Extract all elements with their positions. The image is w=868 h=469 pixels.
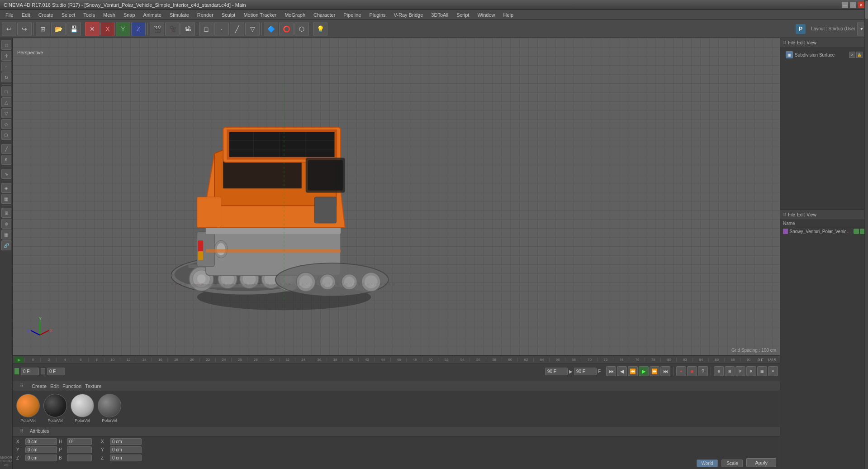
menu-select[interactable]: Select [58,11,79,19]
material-item-0[interactable]: PolarVel [16,394,40,423]
attr-x-input[interactable] [25,438,57,445]
cancel-button[interactable]: ✕ [85,22,100,36]
menu-script[interactable]: Script [453,11,473,19]
mode-polygon-button[interactable]: ▽ [245,22,260,36]
menu-animate[interactable]: Animate [140,11,165,19]
sidebar-cube-tool[interactable]: □ [1,86,11,96]
menu-snap[interactable]: Snap [120,11,139,19]
subd-surface-item[interactable]: ▦ Subdivision Surface ✓ 🔒 [783,50,865,60]
material-menu-create[interactable]: Create [32,383,47,389]
material-menu-edit[interactable]: Edit [50,383,59,389]
world-mode-button[interactable]: World [697,459,718,467]
viewport[interactable]: View Cameras Display Options Filter Pane… [13,38,780,355]
attr-b-input[interactable] [67,455,92,461]
sidebar-material-tool[interactable]: ◈ [1,183,11,193]
attr-y-input[interactable] [25,446,57,453]
menu-vray[interactable]: V-Ray Bridge [390,11,427,19]
menu-edit[interactable]: Edit [18,11,34,19]
redo-button[interactable]: ↪ [17,22,32,36]
sidebar-pyramid-tool[interactable]: △ [1,97,11,107]
stop-button[interactable]: ■ [687,366,697,376]
material-menu-function[interactable]: Function [62,383,81,389]
start-frame-input[interactable] [47,368,65,375]
open-file-button[interactable]: 📂 [51,22,66,36]
sidebar-diamond-tool[interactable]: ◇ [1,119,11,129]
sidebar-array-tool[interactable]: ▦ [1,230,11,239]
menu-character[interactable]: Character [310,11,339,19]
close-button[interactable]: ✕ [858,2,864,8]
y-axis-button[interactable]: Y [116,22,130,36]
mode-edge-button[interactable]: ╱ [230,22,244,36]
fps-input[interactable] [545,368,568,375]
obj-vis-green[interactable] [854,229,859,234]
right-top-view[interactable]: View [806,40,816,45]
material-item-1[interactable]: PolarVel [43,394,67,423]
scale-mode-button[interactable]: Scale [721,459,743,467]
z-axis-button[interactable]: Z [131,22,146,36]
menu-sculpt[interactable]: Sculpt [218,11,239,19]
sidebar-pointer-tool[interactable]: ◻ [1,40,11,50]
render-region-button[interactable]: 🎬 [150,22,164,36]
sidebar-group-tool[interactable]: ⊞ [1,208,11,218]
right-scrollbar[interactable] [864,0,868,469]
right-top-file[interactable]: File [788,40,795,45]
sidebar-null-tool[interactable]: ⊗ [1,219,11,229]
apply-button[interactable]: Apply [746,458,776,467]
right-bottom-view[interactable]: View [806,212,816,217]
material-menu-texture[interactable]: Texture [85,383,101,389]
step-forward-button[interactable]: ⏩ [650,366,659,376]
minimize-button[interactable]: — [842,2,848,8]
menu-render[interactable]: Render [194,11,217,19]
x-axis-button[interactable]: X [100,22,115,36]
play-reverse-button[interactable]: ◀ [617,366,627,376]
mode-object-button[interactable]: ◻ [199,22,213,36]
keyframe-button-3[interactable]: P [735,366,745,376]
mode-point-button[interactable]: · [214,22,229,36]
right-bottom-file[interactable]: File [788,212,795,217]
sidebar-cone-tool[interactable]: ▽ [1,108,11,118]
attr-z-input[interactable] [25,455,57,461]
sidebar-hex-tool[interactable]: ⬡ [1,130,11,140]
question-button[interactable]: ? [698,366,708,376]
end-frame-input[interactable] [574,368,597,375]
new-scene-button[interactable]: ⊞ [36,22,50,36]
menu-mograph[interactable]: MoGraph [281,11,309,19]
attr-x2-input[interactable] [110,438,142,445]
right-top-edit[interactable]: Edit [797,40,805,45]
sidebar-scale-tool[interactable]: ↔ [1,62,11,72]
shape-cube-button[interactable]: 🔷 [264,22,278,36]
sidebar-move-tool[interactable]: ✛ [1,51,11,61]
menu-plugins[interactable]: Plugins [365,11,389,19]
menu-file[interactable]: File [2,11,17,19]
undo-button[interactable]: ↩ [2,22,16,36]
attr-z2-input[interactable] [110,455,142,461]
menu-help[interactable]: Help [500,11,517,19]
menu-simulate[interactable]: Simulate [166,11,193,19]
menu-create[interactable]: Create [35,11,57,19]
sidebar-text-tool[interactable]: S [1,155,11,165]
record-button[interactable]: ● [676,366,686,376]
render-button[interactable]: 📽 [180,22,195,36]
play-forward-button[interactable]: ▶ [639,366,649,376]
sidebar-rotate-tool[interactable]: ↻ [1,72,11,82]
material-drag-handle[interactable]: ⠿ [15,383,28,389]
menu-3dtoall[interactable]: 3DToAll [427,11,452,19]
step-back-button[interactable]: ⏪ [628,366,638,376]
shape-sphere-button[interactable]: ⭕ [279,22,294,36]
goto-end-button[interactable]: ⏭ [660,366,670,376]
object-item-main[interactable]: Snowy_Venturi_Polar_Vehicle_Sim [780,227,868,235]
sidebar-connect-tool[interactable]: 🔗 [1,240,11,250]
save-file-button[interactable]: 💾 [66,22,81,36]
subd-checkmark[interactable]: ✓ [849,52,855,58]
sidebar-layer-tool[interactable]: ▦ [1,194,11,204]
sidebar-knife-tool[interactable]: ╱ [1,144,11,154]
render-active-button[interactable]: 🎥 [165,22,180,36]
keyframe-button-6[interactable]: ≡ [768,366,778,376]
right-bottom-edit[interactable]: Edit [797,212,805,217]
menu-mesh[interactable]: Mesh [100,11,119,19]
attr-h-input[interactable] [67,438,92,445]
menu-pipeline[interactable]: Pipeline [340,11,365,19]
keyframe-button-5[interactable]: ▦ [757,366,767,376]
attr-y2-input[interactable] [110,446,142,453]
menu-window[interactable]: Window [474,11,498,19]
